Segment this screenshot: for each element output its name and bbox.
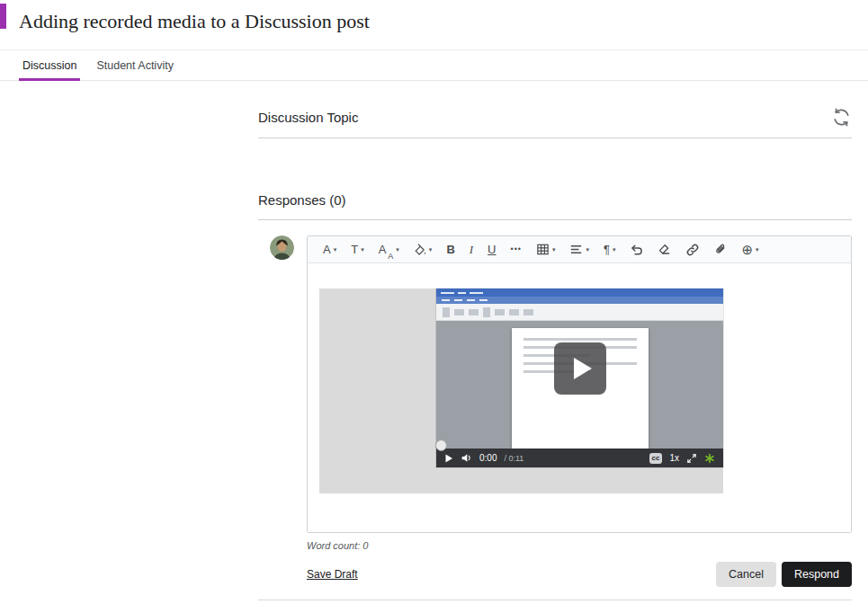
tab-student-activity[interactable]: Student Activity bbox=[94, 50, 174, 80]
bottom-divider bbox=[258, 600, 852, 600]
font-family-icon: A bbox=[379, 244, 387, 255]
italic-icon: I bbox=[470, 244, 473, 255]
undo-button[interactable] bbox=[622, 236, 650, 262]
font-family-button[interactable]: A A ▾ bbox=[371, 236, 407, 262]
font-color-button[interactable]: A ▾ bbox=[316, 236, 344, 262]
page-title: Adding recorded media to a Discussion po… bbox=[19, 10, 868, 33]
chevron-down-icon: ▾ bbox=[756, 246, 759, 253]
editor-footer-row: Save Draft Cancel Respond bbox=[307, 562, 852, 587]
word-count: Word count: 0 bbox=[307, 540, 852, 551]
chevron-down-icon: ▾ bbox=[552, 246, 556, 253]
save-draft-link[interactable]: Save Draft bbox=[307, 568, 358, 581]
tab-bar: Discussion Student Activity bbox=[0, 50, 868, 81]
discussion-topic-heading: Discussion Topic bbox=[258, 110, 358, 125]
chevron-down-icon: ▾ bbox=[361, 246, 364, 253]
responses-header-row: Responses (0) bbox=[258, 192, 852, 220]
seek-handle[interactable] bbox=[435, 440, 447, 451]
video-play-overlay-button[interactable] bbox=[554, 342, 606, 395]
insert-stuff-button[interactable]: ⊕ ▾ bbox=[734, 236, 765, 262]
tab-discussion[interactable]: Discussion bbox=[21, 50, 78, 80]
clear-formatting-button[interactable] bbox=[650, 236, 678, 262]
bold-button[interactable]: B bbox=[439, 236, 461, 262]
underline-button[interactable]: U bbox=[480, 236, 503, 262]
video-frame: 0:00 / 0:11 cc 1x bbox=[436, 289, 723, 467]
table-icon bbox=[536, 243, 550, 256]
tab-discussion-label: Discussion bbox=[22, 59, 76, 72]
video-controls-bar: 0:00 / 0:11 cc 1x bbox=[436, 449, 723, 467]
kaltura-logo-icon[interactable] bbox=[704, 453, 715, 464]
respond-button[interactable]: Respond bbox=[782, 562, 852, 587]
plus-circle-icon: ⊕ bbox=[741, 243, 753, 256]
responses-heading: Responses (0) bbox=[258, 192, 852, 208]
user-avatar bbox=[270, 235, 294, 260]
chevron-down-icon: ▾ bbox=[334, 246, 337, 253]
paperclip-icon bbox=[714, 243, 727, 256]
chevron-down-icon: ▾ bbox=[396, 246, 399, 253]
italic-button[interactable]: I bbox=[462, 236, 480, 262]
thumbnail-ribbon-tabs bbox=[436, 297, 723, 304]
rich-text-editor: A ▾ T ▾ A A ▾ bbox=[307, 235, 852, 533]
link-icon bbox=[685, 243, 700, 257]
thumbnail-ribbon bbox=[436, 304, 723, 321]
main-content: Discussion Topic Responses (0) bbox=[258, 81, 852, 600]
editor-content-area[interactable]: 0:00 / 0:11 cc 1x bbox=[308, 263, 851, 532]
video-thumbnail bbox=[436, 289, 723, 449]
embedded-video-player: 0:00 / 0:11 cc 1x bbox=[319, 289, 723, 493]
page-header: Adding recorded media to a Discussion po… bbox=[0, 0, 868, 50]
playback-speed-button[interactable]: 1x bbox=[669, 453, 679, 463]
font-family-small-icon: A bbox=[388, 253, 393, 261]
editor-column: A ▾ T ▾ A A ▾ bbox=[307, 235, 852, 587]
chevron-down-icon: ▾ bbox=[586, 246, 589, 253]
underline-icon: U bbox=[488, 244, 496, 255]
video-play-button[interactable] bbox=[444, 454, 453, 463]
volume-button[interactable] bbox=[461, 452, 472, 464]
ellipsis-icon: ••• bbox=[511, 245, 522, 253]
video-duration: / 0:11 bbox=[504, 454, 523, 463]
alignment-button[interactable]: ▾ bbox=[562, 236, 596, 262]
chevron-down-icon: ▾ bbox=[429, 246, 433, 253]
text-style-button[interactable]: T ▾ bbox=[344, 236, 371, 262]
page: Adding recorded media to a Discussion po… bbox=[0, 0, 868, 600]
refresh-icon[interactable] bbox=[831, 107, 852, 128]
font-color-icon: A bbox=[323, 244, 331, 255]
bold-icon: B bbox=[446, 244, 454, 255]
attach-file-button[interactable] bbox=[707, 236, 734, 262]
captions-button[interactable]: cc bbox=[649, 453, 663, 464]
cancel-button[interactable]: Cancel bbox=[716, 562, 776, 587]
action-buttons: Cancel Respond bbox=[716, 562, 852, 587]
highlight-color-button[interactable]: ▾ bbox=[407, 236, 440, 262]
text-style-icon: T bbox=[351, 244, 358, 255]
paragraph-button[interactable]: ¶ ▾ bbox=[596, 236, 623, 262]
video-current-time: 0:00 bbox=[479, 453, 497, 463]
topic-header-row: Discussion Topic bbox=[258, 107, 852, 138]
compose-row: A ▾ T ▾ A A ▾ bbox=[258, 235, 852, 587]
paragraph-icon: ¶ bbox=[604, 244, 610, 255]
paint-bucket-icon bbox=[414, 244, 426, 256]
more-formatting-button[interactable]: ••• bbox=[504, 236, 529, 262]
tab-student-activity-label: Student Activity bbox=[96, 59, 173, 72]
chevron-down-icon: ▾ bbox=[613, 246, 616, 253]
undo-icon bbox=[630, 243, 643, 256]
editor-toolbar: A ▾ T ▾ A A ▾ bbox=[308, 236, 851, 263]
insert-link-button[interactable] bbox=[678, 236, 707, 262]
fullscreen-button[interactable] bbox=[686, 453, 697, 464]
align-lines-icon bbox=[569, 243, 583, 256]
play-icon bbox=[574, 358, 592, 379]
thumbnail-window-titlebar bbox=[436, 289, 723, 297]
eraser-icon bbox=[658, 243, 671, 256]
accent-bar bbox=[0, 4, 6, 29]
table-button[interactable]: ▾ bbox=[529, 236, 563, 262]
